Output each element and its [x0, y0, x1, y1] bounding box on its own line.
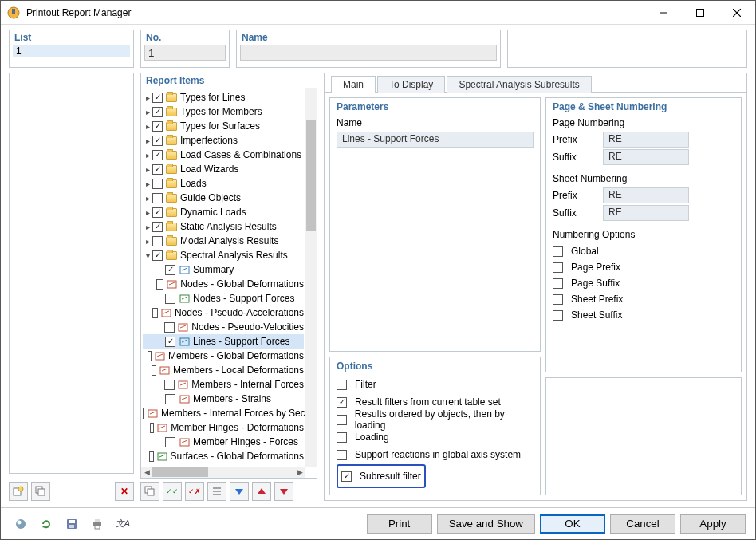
tree-row[interactable]: ▸Types for Members: [143, 104, 304, 119]
tree-row[interactable]: ▸Dynamic Loads: [143, 205, 304, 219]
list-item[interactable]: 1: [13, 45, 130, 57]
param-name-value[interactable]: Lines - Support Forces: [337, 132, 534, 148]
checkbox[interactable]: [152, 93, 163, 103]
checkbox[interactable]: [553, 310, 563, 321]
copy-report-button[interactable]: [31, 482, 50, 501]
option-row[interactable]: Loading: [337, 429, 534, 445]
chevron-right-icon[interactable]: ▸: [143, 165, 152, 174]
checkbox[interactable]: [341, 471, 352, 482]
cancel-button[interactable]: Cancel: [610, 514, 675, 534]
tree-row[interactable]: ▸Load Cases & Combinations: [143, 148, 304, 162]
chevron-down-icon[interactable]: ▾: [143, 251, 152, 260]
page-prefix-value[interactable]: RE: [603, 132, 689, 148]
print-icon-button[interactable]: [87, 514, 108, 534]
checkbox[interactable]: [165, 337, 175, 347]
numbering-option-row[interactable]: Sheet Suffix: [553, 307, 734, 323]
checkbox[interactable]: [152, 150, 163, 160]
chevron-right-icon[interactable]: ▸: [143, 237, 152, 246]
option-row[interactable]: Filter: [337, 376, 534, 392]
checkbox[interactable]: [553, 294, 563, 305]
chevron-right-icon[interactable]: ▸: [143, 151, 152, 160]
checkbox[interactable]: [553, 262, 563, 273]
checkbox[interactable]: [152, 308, 158, 318]
checkbox[interactable]: [165, 437, 175, 447]
numbering-option-row[interactable]: Page Suffix: [553, 275, 734, 291]
tree-row[interactable]: Nodes - Pseudo-Velocities: [143, 320, 304, 334]
checkbox[interactable]: [165, 265, 175, 275]
checkbox[interactable]: [152, 222, 163, 232]
chevron-right-icon[interactable]: ▸: [143, 194, 152, 203]
checkbox[interactable]: [143, 408, 144, 419]
tree-vscroll[interactable]: [305, 88, 317, 467]
save-icon-button[interactable]: [61, 514, 82, 534]
apply-button[interactable]: Apply: [680, 514, 746, 534]
tree-row[interactable]: Surfaces - Global Deformations: [143, 449, 304, 463]
checkbox[interactable]: [152, 193, 163, 203]
option-row[interactable]: Subresult filter: [341, 468, 421, 484]
checkbox[interactable]: [337, 450, 347, 460]
move-down-button[interactable]: [230, 482, 249, 501]
tree-row[interactable]: Member Hinges - Deformations: [143, 420, 304, 435]
option-row[interactable]: Results ordered by objects, then by load…: [337, 412, 534, 428]
new-report-button[interactable]: [9, 482, 28, 501]
checkbox[interactable]: [149, 451, 153, 462]
checkbox[interactable]: [152, 136, 163, 146]
tree-row[interactable]: Summary: [143, 262, 304, 277]
tree-row[interactable]: ▸Guide Objects: [143, 191, 304, 205]
tree-row[interactable]: Nodes - Support Forces: [143, 291, 304, 305]
chevron-right-icon[interactable]: ▸: [143, 136, 152, 145]
numbering-option-row[interactable]: Sheet Prefix: [553, 291, 734, 307]
tree-row[interactable]: Members - Local Deformations: [143, 363, 304, 377]
tab-main[interactable]: Main: [331, 76, 376, 93]
sheet-suffix-value[interactable]: RE: [603, 205, 689, 221]
checkbox[interactable]: [152, 179, 163, 189]
tree-row[interactable]: Members - Internal Forces by Section: [143, 406, 304, 420]
sheet-prefix-value[interactable]: RE: [603, 187, 689, 203]
checkbox[interactable]: [152, 250, 163, 261]
tree-row[interactable]: ▸Static Analysis Results: [143, 219, 304, 234]
move-up-red-button[interactable]: [252, 482, 271, 501]
checkbox[interactable]: [337, 415, 347, 425]
tree-row[interactable]: ▸Load Wizards: [143, 162, 304, 176]
tree-row[interactable]: ▸Types for Lines: [143, 90, 304, 104]
chevron-right-icon[interactable]: ▸: [143, 223, 152, 231]
list-view-button[interactable]: [207, 482, 226, 501]
numbering-option-row[interactable]: Page Prefix: [553, 259, 734, 275]
chevron-right-icon[interactable]: ▸: [143, 122, 152, 131]
checkbox[interactable]: [165, 294, 175, 304]
page-suffix-value[interactable]: RE: [603, 149, 689, 165]
ok-button[interactable]: OK: [540, 514, 605, 534]
tree-row[interactable]: Members - Strains: [143, 392, 304, 406]
maximize-button[interactable]: [682, 1, 719, 24]
chevron-right-icon[interactable]: ▶: [294, 467, 305, 478]
help-button[interactable]: [10, 514, 31, 534]
checkbox[interactable]: [152, 236, 163, 246]
translate-button[interactable]: 文A: [112, 514, 133, 534]
copy-item-button[interactable]: [140, 482, 159, 501]
tree-row[interactable]: ▾Spectral Analysis Results: [143, 248, 304, 262]
checkbox[interactable]: [337, 397, 347, 408]
delete-report-button[interactable]: ✕: [115, 482, 134, 501]
checkbox[interactable]: [337, 380, 347, 390]
tree-row[interactable]: Members - Global Deformations: [143, 349, 304, 363]
numbering-option-row[interactable]: Global: [553, 243, 734, 259]
print-button[interactable]: Print: [367, 514, 432, 534]
checkbox[interactable]: [165, 394, 175, 404]
checkbox[interactable]: [337, 432, 347, 443]
checkbox[interactable]: [164, 380, 175, 390]
tab-to-display[interactable]: To Display: [377, 76, 445, 93]
option-row[interactable]: Support reactions in global axis system: [337, 447, 534, 463]
checkbox[interactable]: [553, 278, 563, 289]
checkbox[interactable]: [150, 423, 154, 433]
tree-row[interactable]: Nodes - Pseudo-Accelerations: [143, 305, 304, 320]
report-items-tree[interactable]: ▸Types for Lines▸Types for Members▸Types…: [141, 88, 305, 466]
tree-row[interactable]: ▸Imperfections: [143, 133, 304, 148]
checkbox[interactable]: [152, 107, 163, 117]
tree-row[interactable]: ▸Loads: [143, 176, 304, 191]
no-field[interactable]: [144, 45, 226, 61]
tree-hscroll[interactable]: ◀ ▶: [141, 467, 305, 478]
name-field[interactable]: [240, 45, 497, 61]
tree-row[interactable]: Lines - Support Forces: [143, 334, 304, 349]
tree-row[interactable]: ▸Types for Surfaces: [143, 119, 304, 133]
chevron-right-icon[interactable]: ▸: [143, 108, 152, 116]
